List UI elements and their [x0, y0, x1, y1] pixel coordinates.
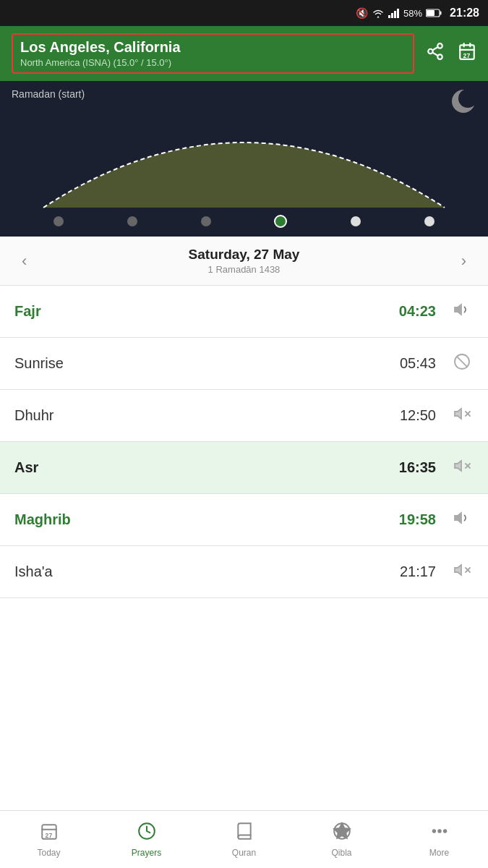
- timeline: [0, 215, 488, 228]
- sun-section: Ramadan (start): [0, 81, 488, 237]
- nav-item-qibla[interactable]: Qibla: [293, 811, 390, 868]
- status-bar: 🔇 58% 21:28: [0, 0, 488, 26]
- date-main: Saturday, 27 May: [189, 247, 300, 263]
- prayer-time: 04:23: [378, 303, 436, 320]
- svg-rect-3: [397, 9, 399, 18]
- prayer-row-isha'a[interactable]: Isha'a 21:17: [0, 546, 488, 598]
- svg-text:27: 27: [45, 831, 52, 838]
- prayer-time: 19:58: [378, 511, 436, 528]
- svg-text:27: 27: [463, 52, 471, 59]
- svg-rect-6: [427, 10, 435, 16]
- timeline-dot-5: [351, 216, 361, 226]
- prayer-row-fajr[interactable]: Fajr 04:23: [0, 286, 488, 338]
- prayer-name: Sunrise: [14, 355, 378, 372]
- prayer-alert-icon[interactable]: [450, 561, 474, 583]
- prayer-alert-icon[interactable]: [450, 353, 474, 375]
- prayer-row-sunrise[interactable]: Sunrise 05:43: [0, 338, 488, 390]
- svg-line-10: [432, 53, 437, 56]
- prayer-name: Dhuhr: [14, 407, 378, 424]
- location-name: Los Angeles, California: [20, 39, 406, 56]
- svg-rect-2: [394, 11, 396, 18]
- next-day-button[interactable]: ›: [454, 249, 474, 273]
- svg-marker-19: [455, 305, 461, 315]
- prayer-alert-icon[interactable]: [450, 509, 474, 531]
- svg-point-40: [443, 830, 445, 832]
- bottom-nav: 27 Today Prayers Quran Qibla More: [0, 810, 488, 868]
- prayer-name: Fajr: [14, 303, 378, 320]
- today-nav-icon: 27: [40, 822, 59, 845]
- nav-item-quran[interactable]: Quran: [195, 811, 293, 868]
- prayer-row-asr[interactable]: Asr 16:35: [0, 442, 488, 494]
- prayer-name: Isha'a: [14, 563, 378, 580]
- battery-text: 58%: [403, 8, 422, 19]
- prayer-list: Fajr 04:23 Sunrise 05:43 Dhuhr 12:50 Asr…: [0, 286, 488, 598]
- quran-nav-label: Quran: [232, 848, 256, 858]
- app-header: Los Angeles, California North America (I…: [0, 26, 488, 81]
- svg-point-38: [432, 830, 435, 832]
- battery-icon: [426, 9, 442, 17]
- status-icons: 🔇 58% 21:28: [356, 7, 479, 20]
- nav-item-today[interactable]: 27 Today: [0, 811, 98, 868]
- date-nav: ‹ Saturday, 27 May 1 Ramadān 1438 ›: [0, 237, 488, 286]
- svg-rect-1: [391, 13, 393, 18]
- mute-icon: 🔇: [356, 7, 368, 19]
- prayer-time: 12:50: [378, 407, 436, 424]
- date-center: Saturday, 27 May 1 Ramadān 1438: [189, 247, 300, 275]
- timeline-dot-active: [274, 215, 287, 228]
- arc-container: [0, 99, 488, 215]
- wifi-icon: [372, 8, 385, 18]
- timeline-dot-3: [201, 216, 211, 226]
- signal-icon: [388, 8, 400, 18]
- more-nav-label: More: [429, 848, 449, 858]
- date-hijri: 1 Ramadān 1438: [189, 264, 300, 275]
- share-button[interactable]: [426, 42, 445, 65]
- quran-nav-icon: [235, 822, 254, 845]
- prev-day-button[interactable]: ‹: [14, 249, 34, 273]
- prayer-time: 16:35: [378, 459, 436, 476]
- svg-rect-5: [440, 12, 442, 15]
- prayer-name: Asr: [14, 459, 378, 476]
- header-actions: 27: [426, 42, 476, 65]
- nav-item-more[interactable]: More: [390, 811, 488, 868]
- prayer-row-maghrib[interactable]: Maghrib 19:58: [0, 494, 488, 546]
- prayer-alert-icon[interactable]: [450, 405, 474, 427]
- prayer-name: Maghrib: [14, 511, 378, 528]
- today-nav-label: Today: [37, 848, 60, 858]
- location-sub: North America (ISNA) (15.0° / 15.0°): [20, 57, 406, 68]
- svg-line-21: [457, 356, 467, 366]
- timeline-dot-2: [127, 216, 137, 226]
- more-nav-icon: [430, 822, 449, 845]
- svg-marker-22: [455, 409, 461, 419]
- ramadan-label: Ramadan (start): [0, 81, 488, 100]
- svg-point-39: [438, 830, 440, 832]
- timeline-dot-1: [53, 216, 64, 226]
- svg-marker-25: [455, 461, 461, 471]
- qibla-nav-icon: [333, 822, 351, 845]
- prayer-alert-icon[interactable]: [450, 457, 474, 479]
- prayer-row-dhuhr[interactable]: Dhuhr 12:50: [0, 390, 488, 442]
- prayer-time: 21:17: [378, 563, 436, 580]
- svg-line-11: [432, 47, 437, 50]
- sun-arc-svg: [0, 99, 488, 215]
- svg-marker-28: [455, 513, 461, 523]
- qibla-nav-label: Qibla: [331, 848, 351, 858]
- calendar-button[interactable]: 27: [458, 42, 476, 65]
- prayer-alert-icon[interactable]: [450, 301, 474, 323]
- nav-item-prayers[interactable]: Prayers: [98, 811, 195, 868]
- prayer-time: 05:43: [378, 355, 436, 372]
- timeline-dot-6: [424, 216, 435, 226]
- svg-rect-0: [388, 15, 390, 18]
- prayers-nav-label: Prayers: [132, 848, 161, 858]
- status-time: 21:28: [450, 7, 479, 20]
- prayers-nav-icon: [137, 822, 156, 845]
- location-box[interactable]: Los Angeles, California North America (I…: [12, 33, 414, 74]
- svg-marker-29: [455, 565, 461, 575]
